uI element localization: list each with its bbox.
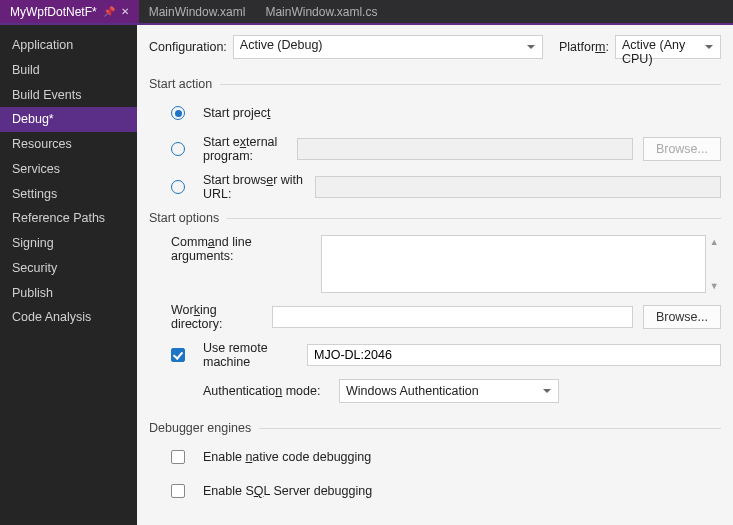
external-program-browse-button: Browse... [643, 137, 721, 161]
configuration-label: Configuration: [149, 40, 227, 54]
sidebar-item-code-analysis[interactable]: Code Analysis [0, 305, 137, 330]
sidebar-item-debug[interactable]: Debug* [0, 107, 137, 132]
sidebar-item-services[interactable]: Services [0, 157, 137, 182]
radio-start-browser-label: Start browser with URL: [203, 173, 305, 201]
section-debugger-engines: Debugger engines [149, 421, 721, 435]
remote-machine-checkbox[interactable] [171, 348, 185, 362]
divider [259, 428, 721, 429]
cmdline-input[interactable] [321, 235, 706, 293]
tab-mainwindow-xaml[interactable]: MainWindow.xaml [139, 0, 256, 23]
native-debug-checkbox[interactable] [171, 450, 185, 464]
scroll-up-icon[interactable]: ▲ [710, 237, 719, 247]
cmdline-row: Command line arguments: ▲▼ [171, 235, 721, 293]
cmdline-label: Command line arguments: [171, 235, 311, 263]
section-start-action: Start action [149, 77, 721, 91]
sidebar-item-publish[interactable]: Publish [0, 281, 137, 306]
auth-mode-dropdown[interactable]: Windows Authentication [339, 379, 559, 403]
external-program-input [297, 138, 633, 160]
debug-property-page: Configuration: Active (Debug) Platform: … [137, 25, 733, 525]
browser-url-input [315, 176, 721, 198]
sql-debug-checkbox[interactable] [171, 484, 185, 498]
radio-start-external-label: Start external program: [203, 135, 287, 163]
tab-label: MyWpfDotNetF* [10, 5, 97, 19]
native-debug-label: Enable native code debugging [203, 450, 371, 464]
workdir-row: Working directory: Browse... [171, 303, 721, 331]
auth-mode-value: Windows Authentication [346, 384, 479, 398]
radio-start-external[interactable] [171, 142, 185, 156]
section-title: Start options [149, 211, 219, 225]
radio-start-browser[interactable] [171, 180, 185, 194]
configuration-dropdown[interactable]: Active (Debug) [233, 35, 543, 59]
property-page-sidebar: Application Build Build Events Debug* Re… [0, 25, 137, 525]
workdir-input[interactable] [272, 306, 633, 328]
config-row: Configuration: Active (Debug) Platform: … [149, 35, 721, 59]
section-title: Debugger engines [149, 421, 251, 435]
divider [227, 218, 721, 219]
sidebar-item-security[interactable]: Security [0, 256, 137, 281]
radio-start-browser-row: Start browser with URL: [171, 173, 721, 201]
textarea-scrollbar[interactable]: ▲▼ [708, 235, 721, 293]
auth-mode-label: Authentication mode: [203, 384, 329, 398]
pin-icon[interactable]: 📌 [103, 6, 115, 17]
document-tabstrip: MyWpfDotNetF* 📌 ✕ MainWindow.xaml MainWi… [0, 0, 733, 25]
remote-machine-input[interactable] [307, 344, 721, 366]
tab-label: MainWindow.xaml.cs [265, 5, 377, 19]
remote-machine-row: Use remote machine [171, 341, 721, 369]
platform-value: Active (Any CPU) [622, 38, 685, 66]
section-start-options: Start options [149, 211, 721, 225]
close-icon[interactable]: ✕ [121, 6, 129, 17]
sidebar-item-application[interactable]: Application [0, 33, 137, 58]
sidebar-item-build[interactable]: Build [0, 58, 137, 83]
sidebar-item-settings[interactable]: Settings [0, 182, 137, 207]
radio-start-project[interactable] [171, 106, 185, 120]
sidebar-item-build-events[interactable]: Build Events [0, 83, 137, 108]
radio-start-project-row[interactable]: Start project [171, 101, 721, 125]
auth-mode-row: Authentication mode: Windows Authenticat… [171, 379, 721, 403]
platform-dropdown[interactable]: Active (Any CPU) [615, 35, 721, 59]
workdir-label: Working directory: [171, 303, 262, 331]
sidebar-item-reference-paths[interactable]: Reference Paths [0, 206, 137, 231]
scroll-down-icon[interactable]: ▼ [710, 281, 719, 291]
divider [220, 84, 721, 85]
tab-project-properties[interactable]: MyWpfDotNetF* 📌 ✕ [0, 0, 139, 23]
sidebar-item-signing[interactable]: Signing [0, 231, 137, 256]
radio-start-external-row: Start external program: Browse... [171, 135, 721, 163]
native-debug-row[interactable]: Enable native code debugging [171, 445, 721, 469]
platform-label: Platform: [559, 40, 609, 54]
sql-debug-row[interactable]: Enable SQL Server debugging [171, 479, 721, 503]
tab-mainwindow-xaml-cs[interactable]: MainWindow.xaml.cs [255, 0, 387, 23]
tab-label: MainWindow.xaml [149, 5, 246, 19]
remote-machine-label: Use remote machine [203, 341, 297, 369]
sidebar-item-resources[interactable]: Resources [0, 132, 137, 157]
sql-debug-label: Enable SQL Server debugging [203, 484, 372, 498]
workdir-browse-button[interactable]: Browse... [643, 305, 721, 329]
section-title: Start action [149, 77, 212, 91]
radio-start-project-label: Start project [203, 106, 270, 120]
configuration-value: Active (Debug) [240, 38, 323, 52]
